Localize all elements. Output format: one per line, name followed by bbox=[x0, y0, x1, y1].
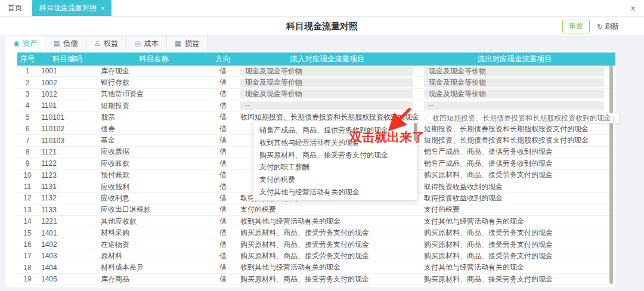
tab-home[interactable]: 首页 bbox=[0, 0, 30, 16]
inflow-cell[interactable]: 购买原材料、商品、接受劳务支付的现金 bbox=[236, 251, 419, 261]
row-number: 10 bbox=[17, 171, 38, 179]
tab-liabilities[interactable]: ▤负债 bbox=[45, 36, 86, 51]
inflow-cell[interactable]: 现金及现金等价物 bbox=[236, 89, 419, 98]
profit-loss-icon: ▦ bbox=[175, 39, 181, 48]
row-number: 3 bbox=[17, 90, 38, 98]
row-number: 7 bbox=[17, 137, 38, 145]
direction: 借 bbox=[210, 112, 236, 122]
dropdown-option[interactable]: 购买原材料、商品、接受劳务支付的现金 bbox=[253, 149, 417, 162]
table-row: 161402在途物资借购买原材料、商品、接受劳务支付的现金购买原材料、商品、接受… bbox=[17, 239, 615, 250]
inflow-cell[interactable]: 支付的税费 bbox=[236, 205, 419, 215]
column-header: 方向 bbox=[210, 54, 236, 64]
outflow-cell[interactable]: 短期投资、长期债券投资和长期股权投资支付的现金 bbox=[419, 135, 610, 146]
outflow-cell[interactable]: 销售产成品、商品、提供劳务收到的现金 bbox=[419, 147, 610, 157]
direction: 借 bbox=[210, 228, 236, 238]
account-code: 1132 bbox=[38, 194, 97, 202]
inflow-cell[interactable]: 收到其他与经营活动有关的现金 bbox=[236, 262, 419, 273]
tab-close-icon[interactable]: × bbox=[101, 5, 104, 12]
account-name: 应收账款 bbox=[97, 159, 210, 169]
direction: 借 bbox=[210, 216, 236, 227]
inflow-cell[interactable]: 收到其他与经营活动有关的现金 bbox=[236, 216, 419, 227]
table-row: 21002银行存款借现金及现金等价物现金及现金等价物 bbox=[17, 77, 615, 88]
outflow-cell[interactable]: 销售产成品、商品、提供劳务收到的现金 bbox=[419, 159, 610, 169]
outflow-cell[interactable]: 取得投资收益收到的现金 bbox=[419, 193, 610, 203]
inflow-cell[interactable]: 购买原材料、商品、接受劳务支付的现金 bbox=[236, 240, 419, 250]
outflow-cell[interactable]: 支付的税费 bbox=[419, 205, 610, 215]
value-box: -- bbox=[424, 101, 604, 110]
tab-cost[interactable]: ◎成本 bbox=[127, 36, 167, 51]
account-code: 1405 bbox=[38, 275, 97, 283]
dropdown-option[interactable]: 支付其他与经营活动有关的现金 bbox=[253, 186, 417, 199]
account-code: 1122 bbox=[38, 159, 97, 168]
account-code: 1402 bbox=[38, 240, 97, 249]
outflow-cell[interactable]: 购买原材料、商品、接受劳务支付的现金 bbox=[419, 251, 610, 261]
account-code: 110102 bbox=[38, 125, 97, 133]
close-icon[interactable]: × bbox=[622, 0, 644, 16]
account-name: 库存商品 bbox=[97, 274, 210, 284]
account-name: 材料采购 bbox=[97, 228, 210, 238]
vertical-scrollbar[interactable] bbox=[609, 66, 613, 284]
row-number: 18 bbox=[17, 264, 38, 272]
text-cursor bbox=[614, 116, 614, 122]
equity-icon: ♙ bbox=[94, 39, 101, 48]
asset-icon: ◉ bbox=[13, 39, 19, 48]
outflow-cell[interactable]: 短期投资、长期债券投资和长期股权投资支付的现金 bbox=[419, 124, 610, 134]
outflow-cell[interactable]: 购买原材料、商品、接受劳务支付的现金 bbox=[419, 228, 610, 238]
dropdown-option[interactable]: 支付的税费 bbox=[253, 174, 417, 186]
direction: 借 bbox=[210, 101, 236, 111]
inflow-cell[interactable]: 现金及现金等价物 bbox=[236, 78, 419, 87]
outflow-cell[interactable]: 现金及现金等价物 bbox=[419, 78, 610, 87]
outflow-cell[interactable]: -- bbox=[419, 101, 610, 110]
reset-button[interactable]: 重置 bbox=[562, 20, 590, 33]
title-actions: 重置 ↻ 刷新 bbox=[562, 20, 619, 33]
table-row: 11001库存现金借现金及现金等价物现金及现金等价物 bbox=[17, 66, 615, 77]
column-header: 科目名称 bbox=[97, 54, 210, 64]
category-tabs: ◉资产▤负债♙权益◎成本▦损益 bbox=[5, 36, 208, 51]
account-code: 1131 bbox=[38, 182, 97, 191]
outflow-cell[interactable]: 取得投资收益收到的现金 bbox=[419, 182, 610, 192]
table-row: 181404材料成本差异借收到其他与经营活动有关的现金支付其他与经营活动有关的现… bbox=[17, 262, 615, 274]
outflow-tooltip-text: 收回短期投资、长期债券投资和长期股权投资收到的现金 bbox=[432, 114, 611, 122]
table-row: 171403原材料借购买原材料、商品、接受劳务支付的现金购买原材料、商品、接受劳… bbox=[17, 250, 615, 262]
inflow-cell[interactable]: 购买原材料、商品、接受劳务支付的现金 bbox=[236, 228, 419, 238]
account-code: 1121 bbox=[38, 148, 97, 156]
tab-cashflow-mapping[interactable]: 科目现金流量对照 × bbox=[32, 0, 112, 16]
tab-assets[interactable]: ◉资产 bbox=[5, 36, 45, 51]
row-number: 5 bbox=[17, 113, 38, 122]
table-header-row: 序号科目编码科目名称方向流入对应现金流量项目流出对应现金流量项目 bbox=[17, 52, 615, 66]
tab-profit-loss[interactable]: ▦损益 bbox=[167, 36, 208, 51]
row-number: 8 bbox=[17, 148, 38, 156]
outflow-cell[interactable]: 现金及现金等价物 bbox=[419, 89, 610, 98]
account-code: 1221 bbox=[38, 217, 97, 225]
column-header: 序号 bbox=[17, 54, 38, 64]
inflow-cell[interactable]: 购买原材料、商品、接受劳务支付的现金 bbox=[236, 274, 419, 284]
row-number: 11 bbox=[17, 182, 38, 191]
outflow-cell[interactable]: 支付其他与经营活动有关的现金 bbox=[419, 216, 610, 227]
account-name: 材料成本差异 bbox=[97, 262, 210, 273]
outflow-cell[interactable]: 购买原材料、商品、接受劳务支付的现金 bbox=[419, 274, 610, 284]
tab-equity[interactable]: ♙权益 bbox=[86, 36, 127, 51]
direction: 借 bbox=[210, 78, 236, 88]
direction: 借 bbox=[210, 66, 236, 76]
outflow-cell[interactable]: 现金及现金等价物 bbox=[419, 67, 610, 76]
value-box: 现金及现金等价物 bbox=[240, 67, 413, 76]
refresh-label: 刷新 bbox=[605, 21, 619, 32]
row-number: 15 bbox=[17, 229, 38, 237]
outflow-cell[interactable]: 支付其他与经营活动有关的现金 bbox=[419, 262, 610, 273]
page-title: 科目现金流量对照 bbox=[0, 21, 644, 32]
row-number: 19 bbox=[17, 275, 38, 283]
refresh-button[interactable]: ↻ 刷新 bbox=[597, 21, 619, 32]
account-name: 预付账款 bbox=[97, 170, 210, 180]
dropdown-option[interactable]: 支付的职工薪酬 bbox=[253, 161, 417, 174]
direction: 借 bbox=[210, 251, 236, 261]
inflow-cell[interactable]: 现金及现金等价物 bbox=[236, 67, 419, 76]
outflow-cell[interactable]: 购买原材料、商品、接受劳务支付的现金 bbox=[419, 240, 610, 250]
direction: 借 bbox=[210, 205, 236, 215]
tab-cashflow-label: 科目现金流量对照 bbox=[39, 3, 97, 13]
outflow-cell[interactable]: 购买原材料、商品、接受劳务支付的现金 bbox=[419, 170, 610, 180]
direction: 借 bbox=[210, 193, 236, 203]
account-name: 库存现金 bbox=[97, 66, 210, 76]
direction: 借 bbox=[210, 124, 236, 134]
row-number: 13 bbox=[17, 206, 38, 214]
row-number: 16 bbox=[17, 240, 38, 249]
